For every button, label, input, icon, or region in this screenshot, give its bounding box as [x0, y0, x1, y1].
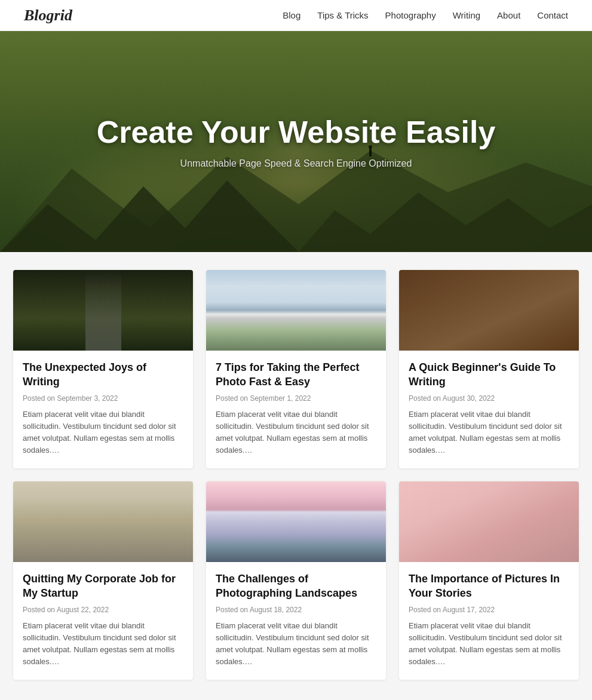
card-image [206, 270, 386, 351]
site-logo: Blogrid [24, 7, 72, 24]
card-image [13, 481, 193, 562]
main-nav: Blog Tips & Tricks Photography Writing A… [283, 10, 568, 20]
nav-writing[interactable]: Writing [453, 10, 480, 20]
nav-blog[interactable]: Blog [283, 10, 300, 20]
card-excerpt: Etiam placerat velit vitae dui blandit s… [23, 620, 183, 668]
card-thumbnail [206, 481, 386, 562]
nav-about[interactable]: About [497, 10, 520, 20]
card-image [399, 481, 579, 562]
card-image [399, 270, 579, 351]
card-thumbnail [13, 481, 193, 562]
card-image [206, 481, 386, 562]
card-date: Posted on September 1, 2022 [216, 394, 376, 403]
blog-card[interactable]: 7 Tips for Taking the Perfect Photo Fast… [206, 270, 386, 468]
site-header: Blogrid Blog Tips & Tricks Photography W… [0, 0, 592, 31]
card-body: The Challenges of Photographing Landscap… [206, 562, 386, 680]
nav-contact[interactable]: Contact [537, 10, 568, 20]
card-thumbnail [13, 270, 193, 351]
card-thumbnail [206, 270, 386, 351]
hero-content: Create Your Website Easily Unmatchable P… [97, 114, 496, 169]
card-date: Posted on August 17, 2022 [409, 606, 569, 614]
card-body: Quitting My Corporate Job for My Startup… [13, 562, 193, 680]
card-body: A Quick Beginner's Guide To Writing Post… [399, 351, 579, 468]
card-thumbnail [399, 270, 579, 351]
blog-card[interactable]: Quitting My Corporate Job for My Startup… [13, 481, 193, 680]
blog-grid: The Unexpected Joys of Writing Posted on… [0, 252, 592, 698]
card-date: Posted on September 3, 2022 [23, 394, 183, 403]
card-date: Posted on August 22, 2022 [23, 606, 183, 614]
card-date: Posted on August 30, 2022 [409, 394, 569, 403]
card-excerpt: Etiam placerat velit vitae dui blandit s… [23, 409, 183, 457]
blog-card[interactable]: The Importance of Pictures In Your Stori… [399, 481, 579, 680]
card-excerpt: Etiam placerat velit vitae dui blandit s… [409, 409, 569, 457]
card-thumbnail [399, 481, 579, 562]
blog-card[interactable]: A Quick Beginner's Guide To Writing Post… [399, 270, 579, 468]
hero-title: Create Your Website Easily [97, 114, 496, 150]
card-body: The Importance of Pictures In Your Stori… [399, 562, 579, 680]
card-excerpt: Etiam placerat velit vitae dui blandit s… [216, 409, 376, 457]
card-image [13, 270, 193, 351]
card-title: The Unexpected Joys of Writing [23, 360, 183, 389]
hero-section: Create Your Website Easily Unmatchable P… [0, 31, 592, 252]
card-excerpt: Etiam placerat velit vitae dui blandit s… [409, 620, 569, 668]
card-title: The Challenges of Photographing Landscap… [216, 572, 376, 601]
card-title: 7 Tips for Taking the Perfect Photo Fast… [216, 360, 376, 389]
blog-card[interactable]: The Unexpected Joys of Writing Posted on… [13, 270, 193, 468]
card-body: 7 Tips for Taking the Perfect Photo Fast… [206, 351, 386, 468]
card-date: Posted on August 18, 2022 [216, 606, 376, 614]
card-excerpt: Etiam placerat velit vitae dui blandit s… [216, 620, 376, 668]
hero-subtitle: Unmatchable Page Speed & Search Engine O… [97, 158, 496, 169]
blog-card[interactable]: The Challenges of Photographing Landscap… [206, 481, 386, 680]
nav-photography[interactable]: Photography [385, 10, 436, 20]
blog-grid-section: The Unexpected Joys of Writing Posted on… [0, 252, 592, 698]
card-title: The Importance of Pictures In Your Stori… [409, 572, 569, 601]
card-body: The Unexpected Joys of Writing Posted on… [13, 351, 193, 468]
card-title: Quitting My Corporate Job for My Startup [23, 572, 183, 601]
nav-tips[interactable]: Tips & Tricks [317, 10, 368, 20]
card-title: A Quick Beginner's Guide To Writing [409, 360, 569, 389]
